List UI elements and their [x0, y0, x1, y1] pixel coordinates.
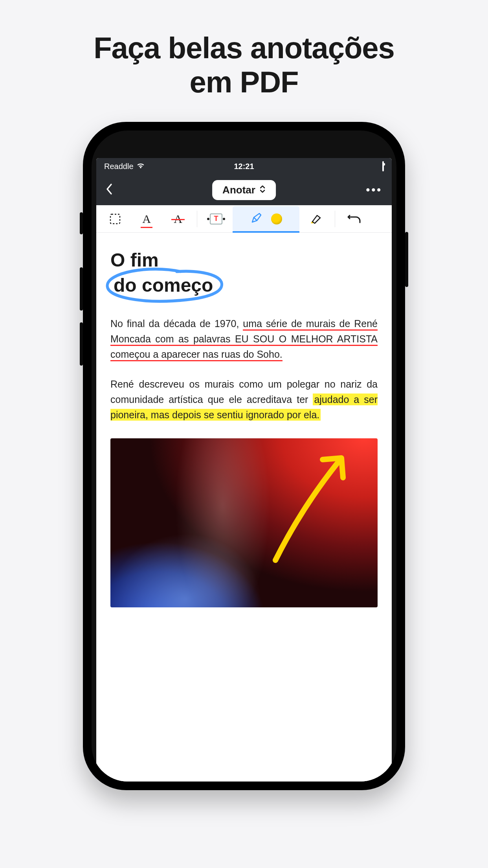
underline-tool[interactable]: A: [132, 206, 161, 232]
doc-title: O fim do começo: [110, 248, 378, 300]
clock: 12:21: [234, 162, 254, 171]
carrier-label: Readdle: [104, 162, 134, 171]
select-tool[interactable]: [100, 206, 130, 232]
svg-rect-0: [110, 214, 120, 224]
battery-icon: [382, 162, 384, 171]
document-image: [110, 438, 378, 607]
mode-selector[interactable]: Anotar: [212, 180, 276, 200]
more-button[interactable]: •••: [366, 184, 382, 196]
paragraph-1: No final da década de 1970, uma série de…: [110, 316, 378, 362]
chevron-updown-icon: [259, 184, 266, 196]
strikethrough-tool[interactable]: A: [163, 206, 193, 232]
promo-headline: Faça belas anotações em PDF: [0, 0, 488, 99]
phone-mockup: Readdle 12:21 Anotar: [83, 122, 405, 790]
undo-button[interactable]: [339, 206, 369, 232]
status-bar: Readdle 12:21: [96, 158, 392, 175]
document-canvas[interactable]: O fim do começo No final da década de 19…: [96, 233, 392, 782]
arrow-annotation: [260, 446, 362, 564]
pen-color-swatch[interactable]: [271, 213, 282, 224]
paragraph-2: René descreveu os murais como um polegar…: [110, 377, 378, 422]
app-screen: Readdle 12:21 Anotar: [96, 158, 392, 782]
back-button[interactable]: [106, 183, 113, 197]
nav-bar: Anotar •••: [96, 175, 392, 205]
pen-icon: [250, 212, 262, 226]
mode-label: Anotar: [222, 184, 255, 196]
pen-tool-group[interactable]: [233, 206, 299, 232]
annotation-toolbar: A A T: [96, 205, 392, 233]
highlighter-tool[interactable]: [301, 206, 331, 232]
textbox-tool[interactable]: T: [201, 206, 231, 232]
wifi-icon: [137, 162, 145, 171]
